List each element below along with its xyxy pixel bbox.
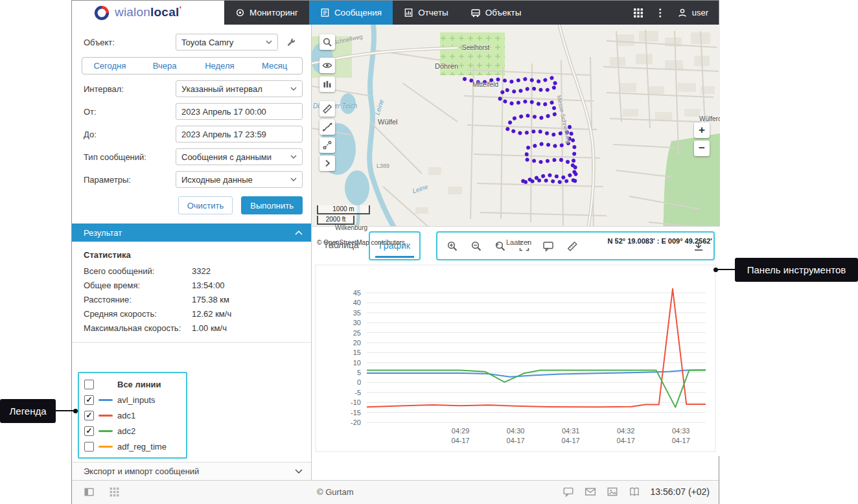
stat-value: 1.00 км/ч: [192, 323, 227, 333]
legend-item-label: adf_reg_time: [117, 442, 167, 452]
clear-button[interactable]: Очистить: [178, 196, 233, 214]
object-select[interactable]: Toyota Camry: [176, 34, 278, 51]
chart-zoom-out-button[interactable]: [469, 239, 483, 253]
status-bar-left: [84, 487, 120, 498]
tab-objects-label: Объекты: [485, 8, 522, 17]
chart-measure-button[interactable]: [565, 239, 579, 253]
map-expand-tools-button[interactable]: [319, 155, 335, 171]
wialon-logo-icon: [94, 5, 110, 21]
toolbar-connector-dot: [713, 268, 718, 272]
legend-item-adc2[interactable]: ✓ adc2: [84, 423, 181, 439]
range-week-link[interactable]: Неделя: [192, 58, 248, 74]
chart-zoom-reset-button[interactable]: [493, 239, 507, 253]
zoom-out-button[interactable]: −: [694, 141, 710, 156]
map-label-mittelfeld: Mittelfeld: [472, 81, 498, 88]
chevron-down-icon: [290, 87, 297, 91]
mail-icon[interactable]: [585, 486, 596, 498]
stat-row: Всего сообщений:3322: [72, 266, 311, 276]
stat-label: Расстояние:: [84, 295, 192, 304]
status-bar: © Gurtam 13:56:07 (+02): [72, 480, 719, 504]
clock-label: 13:56:07 (+02): [651, 487, 710, 497]
legend-item-avl-inputs[interactable]: ✓ avl_inputs: [84, 392, 181, 407]
user-icon: [677, 8, 688, 18]
checkbox[interactable]: [84, 442, 94, 452]
interval-select[interactable]: Указанный интервал: [176, 80, 303, 97]
y-tick-label: -15: [351, 409, 361, 417]
user-name: user: [692, 8, 708, 17]
stat-value: 12.62 км/ч: [192, 309, 231, 319]
apps-grid-icon[interactable]: [633, 8, 644, 18]
parameters-select[interactable]: Исходные данные: [176, 171, 303, 188]
map-label-l389: L389: [377, 163, 389, 169]
parameters-label: Параметры:: [84, 175, 176, 185]
logo[interactable]: wialonlocal❜: [72, 1, 224, 25]
chart-zoom-in-button[interactable]: [445, 239, 459, 253]
map-scale-control: 1000 m 2000 ft: [317, 205, 370, 225]
result-section-header[interactable]: Результат: [72, 223, 311, 242]
checkbox[interactable]: ✓: [84, 411, 94, 420]
legend-connector-dot: [73, 409, 78, 413]
map-visibility-button[interactable]: [319, 58, 335, 73]
map-attribution-link[interactable]: © OpenStreetMap contributors: [317, 239, 405, 246]
from-date-input[interactable]: [176, 103, 303, 120]
map-search-button[interactable]: [319, 34, 335, 50]
object-select-value: Toyota Camry: [181, 38, 233, 47]
execute-button[interactable]: Выполнить: [241, 196, 303, 214]
map-label-doehren: Döhren: [435, 62, 458, 70]
messages-chart[interactable]: -20-15-10-505101520253035404504:2904-170…: [312, 262, 720, 457]
y-tick-label: 15: [353, 349, 361, 356]
image-icon[interactable]: [607, 486, 618, 498]
wrench-icon[interactable]: [286, 37, 297, 48]
y-tick-label: 45: [353, 289, 361, 297]
y-tick-label: 30: [353, 319, 361, 326]
chat-icon[interactable]: [562, 486, 574, 498]
x-tick-time: 04:29: [452, 427, 470, 435]
range-month-link[interactable]: Месяц: [247, 58, 302, 74]
map-label-seelhorst: Seelhorst: [462, 44, 489, 51]
x-tick-time: 04:30: [507, 427, 525, 435]
checkbox[interactable]: [84, 380, 94, 389]
export-import-section-header[interactable]: Экспорт и импорт сообщений: [72, 462, 311, 480]
legend-item-adf-reg-time[interactable]: adf_reg_time: [84, 439, 181, 454]
checkbox[interactable]: ✓: [84, 426, 94, 436]
scale-imperial: 2000 ft: [317, 216, 354, 225]
x-tick-date: 04-17: [562, 437, 580, 444]
to-date-input[interactable]: [176, 126, 303, 143]
stat-row: Максимальная скорость:1.00 км/ч: [72, 323, 311, 333]
quick-range-bar: Сегодня Вчера Неделя Месяц: [82, 57, 303, 74]
tab-objects[interactable]: Объекты: [459, 1, 533, 25]
map-measure-button[interactable]: [319, 101, 335, 117]
bottom-grid-icon[interactable]: [109, 487, 120, 498]
map-route-button[interactable]: [319, 137, 335, 153]
tab-reports[interactable]: Отчеты: [393, 1, 459, 25]
status-bar-right: 13:56:07 (+02): [562, 486, 710, 498]
x-tick-date: 04-17: [507, 437, 525, 444]
map-canvas[interactable]: Seelhorst Döhren Wülfel Mittelfeld Laatz…: [312, 25, 720, 250]
range-yesterday-link[interactable]: Вчера: [137, 58, 192, 74]
tab-messages[interactable]: Сообщения: [309, 1, 393, 25]
user-menu[interactable]: user: [677, 8, 708, 18]
y-tick-label: -10: [351, 398, 361, 406]
kebab-menu-icon[interactable]: ⋮: [655, 8, 666, 18]
zoom-in-button[interactable]: +: [694, 122, 710, 138]
x-tick-time: 04:33: [672, 427, 690, 435]
legend-item-adc1[interactable]: ✓ adc1: [84, 407, 181, 423]
map-track-button[interactable]: [319, 119, 335, 135]
tab-monitoring[interactable]: Мониторинг: [224, 1, 309, 25]
eye-icon: [322, 60, 332, 71]
interval-select-value: Указанный интервал: [181, 84, 262, 94]
y-tick-label: 40: [353, 299, 361, 306]
legend-item-all-lines[interactable]: Все линии: [84, 376, 181, 392]
message-type-select[interactable]: Сообщения с данными: [176, 148, 303, 165]
checkbox[interactable]: ✓: [84, 395, 94, 405]
chart-area[interactable]: -20-15-10-505101520253035404504:2904-170…: [312, 262, 720, 457]
map-layers-button[interactable]: [319, 76, 335, 92]
chart-tooltip-button[interactable]: [541, 239, 555, 253]
range-today-link[interactable]: Сегодня: [82, 58, 137, 74]
chevron-up-icon: [295, 231, 303, 235]
ruler-icon: [566, 240, 578, 252]
book-icon[interactable]: [629, 486, 640, 498]
wialon-window: wialonlocal❜ Мониторинг: [71, 0, 719, 504]
y-tick-label: -20: [351, 418, 361, 426]
sidebar-toggle-icon[interactable]: [84, 487, 95, 498]
